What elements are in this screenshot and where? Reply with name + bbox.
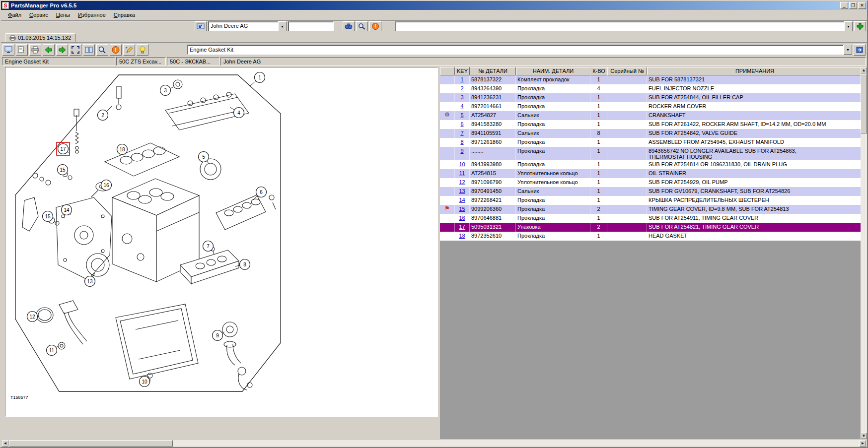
table-row[interactable]: 38941236231Прокладка1SUB FOR AT254844, O… <box>440 93 863 102</box>
table-row[interactable]: 168970646881Прокладка1SUB FOR AT254911, … <box>440 214 863 223</box>
key-link[interactable]: 5 <box>460 112 463 118</box>
part-search-input[interactable] <box>187 45 844 55</box>
report-button[interactable] <box>2 44 14 56</box>
table-row[interactable]: 188972352610Прокладка1HEAD GASKET <box>440 232 863 241</box>
scroll-right-icon[interactable]: ► <box>860 440 866 447</box>
table-row[interactable]: 9........Прокладка18943656742 NO LONGER … <box>440 147 863 160</box>
column-header-name[interactable]: НАИМ. ДЕТАЛИ <box>516 67 590 75</box>
column-header-key[interactable]: KEY <box>455 67 470 75</box>
search-model-button[interactable] <box>343 21 355 31</box>
part-search-combo[interactable]: ▼ <box>187 45 852 55</box>
table-row[interactable]: 175095031321Упаковка2SUB FOR AT254821, T… <box>440 223 863 232</box>
column-header-part[interactable]: № ДЕТАЛИ <box>470 67 516 75</box>
key-link[interactable]: 18 <box>459 233 465 239</box>
table-row[interactable]: ⚙5AT254827Сальник1CRANKSHAFT <box>440 111 863 120</box>
menu-help[interactable]: Справка <box>110 11 139 19</box>
close-button[interactable]: ✕ <box>858 2 866 9</box>
callout-10[interactable]: 10 <box>140 376 150 387</box>
callout-16[interactable]: 16 <box>101 180 112 191</box>
apply-search-button[interactable] <box>854 44 866 56</box>
key-link[interactable]: 11 <box>459 170 465 176</box>
callout-6[interactable]: 6 <box>253 187 267 201</box>
table-row[interactable]: 128971096790Уплотнительное кольцо1SUB FO… <box>440 178 863 187</box>
chevron-down-icon[interactable]: ▼ <box>278 21 287 31</box>
back-button[interactable] <box>43 44 55 56</box>
important-info-button[interactable]: ! <box>110 44 122 56</box>
table-row[interactable]: 11AT254815Уплотнительное кольцо1OIL STRA… <box>440 169 863 178</box>
key-link[interactable]: 7 <box>460 130 463 136</box>
brand-combo[interactable]: John Deere AG ▼ <box>208 21 287 31</box>
column-header-flag[interactable] <box>440 67 455 75</box>
titlebar[interactable]: S PartsManager Pro v6.5.5 _ ❐ ✕ <box>1 1 867 10</box>
catalog-panel-button[interactable] <box>195 21 207 31</box>
horizontal-scrollbar[interactable]: ◄ ► <box>2 440 866 447</box>
scroll-thumb[interactable] <box>861 74 867 133</box>
table-row[interactable]: ⚑159099206360Прокладка2TIMING GEAR COVER… <box>440 205 863 214</box>
maximize-button[interactable]: ❐ <box>849 2 857 9</box>
table-row[interactable]: 48972014661Прокладка1ROCKER ARM COVER <box>440 102 863 111</box>
print-button[interactable] <box>29 44 41 56</box>
table-row[interactable]: 108943993980Прокладка1SUB FOR AT254814 O… <box>440 160 863 169</box>
edit-button[interactable] <box>123 44 135 56</box>
scroll-up-icon[interactable]: ▲ <box>861 67 867 73</box>
callout-18[interactable]: 18 <box>117 144 128 155</box>
table-row[interactable]: 138970491450Сальник1SUB FOR GV10679, CRA… <box>440 187 863 196</box>
menu-prices[interactable]: Цены <box>52 11 74 19</box>
zoom-button[interactable] <box>96 44 108 56</box>
menu-file[interactable]: Файл <box>4 11 25 19</box>
forward-button[interactable] <box>56 44 68 56</box>
key-link[interactable]: 12 <box>459 179 465 185</box>
callout-2[interactable]: 2 <box>98 106 112 121</box>
path-combo[interactable]: ▼ <box>395 21 853 31</box>
columns-button[interactable] <box>83 44 95 56</box>
scroll-down-icon[interactable]: ▼ <box>861 433 867 439</box>
key-link[interactable]: 10 <box>459 161 465 167</box>
key-link[interactable]: 16 <box>459 215 465 221</box>
chevron-down-icon[interactable]: ▼ <box>844 21 853 31</box>
key-link[interactable]: 3 <box>460 94 463 100</box>
minimize-button[interactable]: _ <box>840 2 848 9</box>
key-link[interactable]: 17 <box>459 224 465 230</box>
table-vertical-scrollbar[interactable]: ▲ ▼ <box>861 67 867 439</box>
key-link[interactable]: 9 <box>460 148 463 154</box>
zoom-search-button[interactable] <box>356 21 368 31</box>
table-row[interactable]: 15878137322Комплект прокладок1SUB FOR 58… <box>440 75 863 84</box>
table-row[interactable]: 148972268421Прокладка1КРЫШКА РАСПРЕДЕЛИТ… <box>440 196 863 205</box>
key-link[interactable]: 15 <box>459 206 465 212</box>
table-row[interactable]: 88971261860Прокладка1ASSEMBLED FROM AT25… <box>440 138 863 147</box>
key-link[interactable]: 14 <box>459 197 465 203</box>
fit-view-button[interactable] <box>70 44 81 56</box>
scroll-thumb[interactable] <box>9 440 173 447</box>
callout-14[interactable]: 14 <box>62 205 72 215</box>
key-link[interactable]: 13 <box>459 188 465 194</box>
key-link[interactable]: 1 <box>460 76 463 82</box>
column-header-qty[interactable]: К-ВО <box>590 67 607 75</box>
callout-15[interactable]: 15 <box>58 165 68 175</box>
callout-1[interactable]: 1 <box>250 72 265 87</box>
table-row[interactable]: 68941583280Прокладка1SUB FOR AT261422, R… <box>440 120 863 129</box>
tab-session[interactable]: 01.03.2015 14:15.132 <box>5 33 75 42</box>
callout-7[interactable]: 7 <box>203 241 214 252</box>
export-button[interactable] <box>16 44 28 56</box>
hint-button[interactable] <box>137 44 148 56</box>
callout-3[interactable]: 3 <box>160 85 173 96</box>
important-button[interactable]: ! <box>369 21 381 31</box>
chevron-down-icon[interactable]: ▼ <box>844 45 852 55</box>
callout-12[interactable]: 12 <box>27 312 38 322</box>
menu-favorites[interactable]: Избранное <box>74 11 110 19</box>
quick-search-input[interactable] <box>288 21 334 31</box>
key-link[interactable]: 4 <box>460 103 463 109</box>
key-link[interactable]: 2 <box>460 85 463 91</box>
table-row[interactable]: 78941105591Сальник8SUB FOR AT254842, VAL… <box>440 129 863 138</box>
key-link[interactable]: 8 <box>460 139 463 145</box>
callout-5[interactable]: 5 <box>199 152 209 164</box>
diagram-panel[interactable]: 12345678910111213141515161718 T158577 <box>5 67 438 417</box>
callout-15[interactable]: 15 <box>43 211 53 222</box>
scroll-left-icon[interactable]: ◄ <box>2 440 8 447</box>
column-header-notes[interactable]: ПРИМЕЧАНИЯ <box>647 67 863 75</box>
add-button[interactable] <box>854 21 866 31</box>
menu-service[interactable]: Сервис <box>25 11 52 19</box>
table-row[interactable]: 28943264390Прокладка4FUEL INJECTOR NOZZL… <box>440 84 863 93</box>
callout-11[interactable]: 11 <box>47 345 58 356</box>
key-link[interactable]: 6 <box>460 121 463 127</box>
